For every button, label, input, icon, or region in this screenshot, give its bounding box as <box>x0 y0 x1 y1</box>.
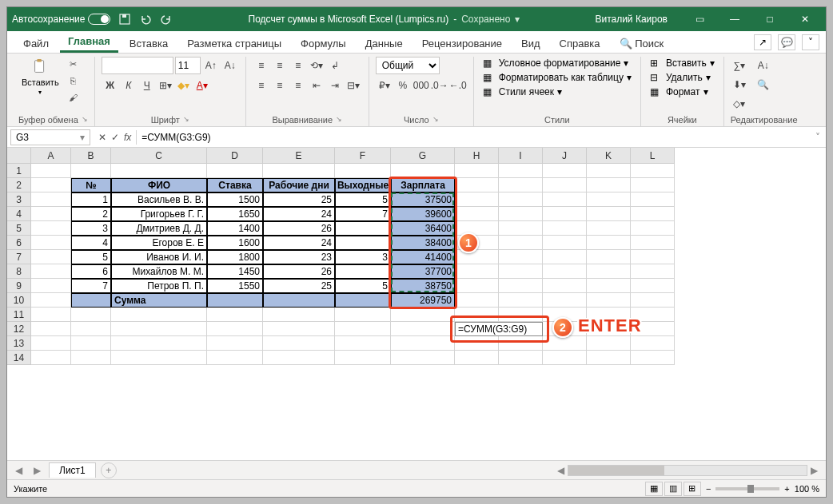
cell[interactable] <box>391 308 455 322</box>
cell[interactable]: 7 <box>335 207 391 221</box>
cell[interactable] <box>263 164 335 178</box>
cell[interactable] <box>631 164 675 178</box>
font-name-select[interactable] <box>102 57 173 74</box>
cell[interactable] <box>31 322 71 336</box>
sheet-tab-1[interactable]: Лист1 <box>49 462 96 478</box>
cell[interactable]: 38750 <box>391 279 455 293</box>
cell[interactable]: Рабочие дни <box>263 178 335 192</box>
comma-icon[interactable]: 000 <box>413 77 430 94</box>
dialog-launcher-icon[interactable]: ↘ <box>82 115 88 125</box>
cell[interactable]: 2 <box>71 207 111 221</box>
merge-icon[interactable]: ⊟▾ <box>345 77 362 94</box>
cell[interactable]: 24 <box>263 207 335 221</box>
cell[interactable] <box>543 351 587 365</box>
user-name[interactable]: Виталий Каиров <box>595 14 668 25</box>
cell[interactable] <box>335 351 391 365</box>
cell[interactable] <box>499 351 543 365</box>
cell[interactable] <box>587 221 631 236</box>
format-painter-icon[interactable]: 🖌 <box>66 90 82 105</box>
cell[interactable] <box>455 178 499 192</box>
cell[interactable] <box>31 250 71 264</box>
tab-review[interactable]: Рецензирование <box>414 34 510 53</box>
cell[interactable] <box>31 336 71 351</box>
collapse-ribbon-icon[interactable]: ˅ <box>802 34 819 50</box>
zoom-out-icon[interactable]: − <box>706 484 711 494</box>
cell[interactable] <box>543 250 587 264</box>
cell[interactable] <box>543 236 587 250</box>
cell[interactable] <box>499 336 543 351</box>
col-header-H[interactable]: H <box>455 148 499 164</box>
cell[interactable]: 5 <box>335 192 391 207</box>
cell[interactable] <box>335 322 391 336</box>
cell[interactable] <box>335 264 391 279</box>
tab-nav-prev-icon[interactable]: ◀ <box>12 465 26 476</box>
tab-help[interactable]: Справка <box>552 34 608 53</box>
underline-icon[interactable]: Ч <box>138 77 156 94</box>
tab-home[interactable]: Главная <box>60 32 118 53</box>
dialog-launcher-icon[interactable]: ↘ <box>432 115 439 125</box>
cell[interactable]: 269750 <box>391 293 455 308</box>
align-center-icon[interactable]: ≡ <box>271 77 289 94</box>
format-cells-button[interactable]: ▦Формат ▾ <box>648 85 717 98</box>
row-header-4[interactable]: 4 <box>7 207 31 221</box>
cell[interactable] <box>207 293 263 308</box>
cell[interactable] <box>391 351 455 365</box>
cell-styles-button[interactable]: ▦Стили ячеек ▾ <box>480 85 634 98</box>
cell[interactable]: 3 <box>335 250 391 264</box>
cell[interactable] <box>455 192 499 207</box>
cell[interactable]: ФИО <box>111 178 207 192</box>
cell[interactable] <box>31 178 71 192</box>
cell[interactable] <box>587 279 631 293</box>
cell[interactable] <box>391 322 455 336</box>
cell[interactable]: 1400 <box>207 221 263 236</box>
row-header-9[interactable]: 9 <box>7 279 31 293</box>
cell[interactable]: 1500 <box>207 192 263 207</box>
tab-insert[interactable]: Вставка <box>122 34 176 53</box>
cell[interactable] <box>587 293 631 308</box>
cell[interactable]: 37700 <box>391 264 455 279</box>
cell[interactable] <box>499 279 543 293</box>
clear-icon[interactable]: ◇▾ <box>731 95 748 113</box>
cell[interactable] <box>587 336 631 351</box>
align-top-icon[interactable]: ≡ <box>253 57 270 74</box>
cell[interactable] <box>335 236 391 250</box>
row-header-11[interactable]: 11 <box>7 308 31 322</box>
cell[interactable]: Дмитриев Д. Д. <box>111 221 207 236</box>
zoom-in-icon[interactable]: + <box>784 484 789 494</box>
decrease-font-icon[interactable]: A↓ <box>221 57 239 74</box>
cell[interactable] <box>455 164 499 178</box>
cell[interactable] <box>335 164 391 178</box>
cell[interactable] <box>335 308 391 322</box>
cell[interactable]: Михайлов М. М. <box>111 264 207 279</box>
cell[interactable] <box>543 264 587 279</box>
cell[interactable] <box>631 336 675 351</box>
font-color-icon[interactable]: A▾ <box>193 77 211 94</box>
fx-icon[interactable]: fx <box>124 132 131 143</box>
cell[interactable] <box>455 207 499 221</box>
cell[interactable]: 1450 <box>207 264 263 279</box>
cell[interactable] <box>499 250 543 264</box>
cell[interactable] <box>207 308 263 322</box>
cell[interactable]: Григорьев Г. Г. <box>111 207 207 221</box>
formula-entry-cell[interactable]: =СУММ(G3:G9) <box>455 322 543 336</box>
tab-nav-next-icon[interactable]: ▶ <box>30 465 44 476</box>
cell[interactable]: 1 <box>71 192 111 207</box>
cell[interactable] <box>543 336 587 351</box>
cell[interactable] <box>587 178 631 192</box>
cell[interactable] <box>207 336 263 351</box>
col-header-I[interactable]: I <box>499 148 543 164</box>
cell[interactable]: 5 <box>71 250 111 264</box>
cell[interactable]: 4 <box>71 236 111 250</box>
cell[interactable] <box>263 308 335 322</box>
autosum-icon[interactable]: ∑▾ <box>731 57 748 74</box>
align-right-icon[interactable]: ≡ <box>289 77 307 94</box>
cell[interactable] <box>631 279 675 293</box>
cell[interactable] <box>31 207 71 221</box>
find-select-icon[interactable]: 🔍 <box>751 76 775 93</box>
cell[interactable] <box>543 207 587 221</box>
cell[interactable]: 36400 <box>391 221 455 236</box>
col-header-C[interactable]: C <box>111 148 207 164</box>
cell[interactable]: Петров П. П. <box>111 279 207 293</box>
currency-icon[interactable]: ₽▾ <box>376 77 393 94</box>
fill-color-icon[interactable]: ◆▾ <box>175 77 193 94</box>
